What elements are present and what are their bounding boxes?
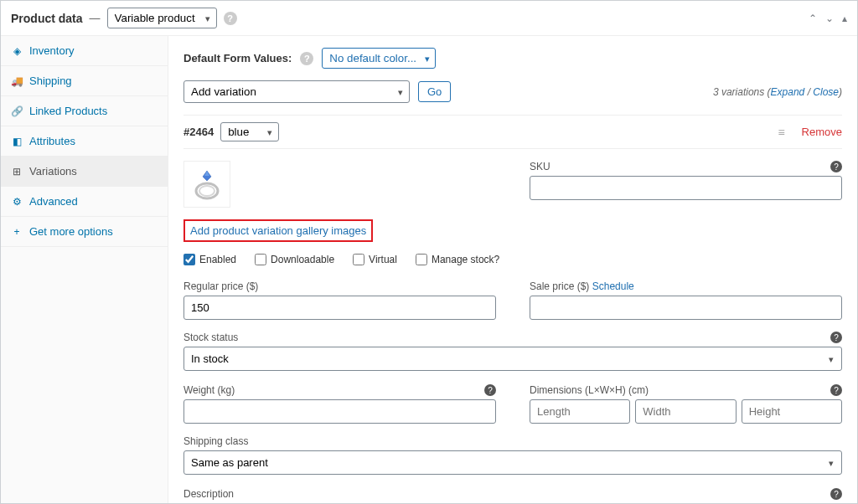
manage-stock-checkbox[interactable]: Manage stock? xyxy=(416,254,499,265)
length-input[interactable] xyxy=(530,399,630,424)
sidebar-item-linked-products[interactable]: 🔗Linked Products xyxy=(1,96,168,126)
chevron-down-icon[interactable]: ⌄ xyxy=(825,13,834,24)
sku-input[interactable] xyxy=(530,176,842,200)
virtual-checkbox[interactable]: Virtual xyxy=(353,254,397,265)
expand-link[interactable]: Expand xyxy=(771,86,805,98)
sidebar-item-label: Shipping xyxy=(29,75,72,87)
variation-attribute-select[interactable]: blue xyxy=(220,122,279,141)
dimensions-label: Dimensions (L×W×H) (cm) xyxy=(530,384,842,396)
sidebar-item-label: Linked Products xyxy=(29,105,107,117)
ring-icon xyxy=(189,166,225,203)
help-icon[interactable]: ? xyxy=(830,161,842,172)
help-icon[interactable]: ? xyxy=(830,488,842,500)
variation-image-thumb[interactable] xyxy=(183,161,230,208)
weight-input[interactable] xyxy=(183,399,496,424)
stock-status-label: Stock status xyxy=(183,332,842,343)
help-icon[interactable]: ? xyxy=(224,12,237,25)
description-label: Description xyxy=(183,488,842,500)
chevron-up-icon[interactable]: ⌃ xyxy=(809,13,817,24)
attributes-icon: ◧ xyxy=(11,136,23,147)
height-input[interactable] xyxy=(742,399,842,424)
default-form-label: Default Form Values: xyxy=(183,52,292,64)
help-icon[interactable]: ? xyxy=(484,384,496,396)
panel-title: Product data xyxy=(11,12,83,25)
help-icon[interactable]: ? xyxy=(300,52,313,65)
remove-link[interactable]: Remove xyxy=(802,126,842,138)
plus-icon: + xyxy=(11,226,23,238)
downloadable-checkbox[interactable]: Downloadable xyxy=(255,254,334,265)
regular-price-input[interactable] xyxy=(183,296,496,320)
stock-status-select[interactable]: In stock xyxy=(183,347,842,371)
sidebar: ◈Inventory 🚚Shipping 🔗Linked Products ◧A… xyxy=(1,36,168,504)
sidebar-item-get-more[interactable]: +Get more options xyxy=(1,217,168,247)
variations-count: 3 variations (Expand / Close) xyxy=(713,86,842,98)
shipping-icon: 🚚 xyxy=(11,75,23,87)
gear-icon: ⚙ xyxy=(11,196,23,208)
sidebar-item-shipping[interactable]: 🚚Shipping xyxy=(1,66,168,96)
weight-label: Weight (kg) xyxy=(183,384,496,396)
sidebar-item-variations[interactable]: ⊞Variations xyxy=(1,157,168,187)
product-type-select[interactable]: Variable product xyxy=(107,8,217,28)
enabled-checkbox[interactable]: Enabled xyxy=(183,254,236,265)
variations-icon: ⊞ xyxy=(11,166,23,177)
schedule-link[interactable]: Schedule xyxy=(592,280,634,292)
inventory-icon: ◈ xyxy=(11,45,23,57)
sale-price-input[interactable] xyxy=(530,296,842,320)
sku-label: SKU xyxy=(530,161,842,172)
close-link[interactable]: Close xyxy=(813,86,839,98)
sale-price-label: Sale price ($) Schedule xyxy=(530,280,842,292)
width-input[interactable] xyxy=(635,399,736,424)
sidebar-item-label: Inventory xyxy=(29,44,74,57)
sidebar-item-label: Variations xyxy=(29,165,77,177)
panel-header: Product data — Variable product ? ⌃ ⌄ ▴ xyxy=(1,1,857,36)
sidebar-item-advanced[interactable]: ⚙Advanced xyxy=(1,187,168,217)
drag-handle-icon[interactable]: ≡ xyxy=(778,126,784,139)
link-icon: 🔗 xyxy=(11,105,23,117)
help-icon[interactable]: ? xyxy=(830,332,842,343)
shipping-class-select[interactable]: Same as parent xyxy=(183,450,842,475)
sidebar-item-label: Advanced xyxy=(29,195,78,208)
sidebar-item-inventory[interactable]: ◈Inventory xyxy=(1,36,168,66)
variation-action-select[interactable]: Add variation xyxy=(183,80,410,103)
sidebar-item-label: Attributes xyxy=(29,135,75,147)
title-dash: — xyxy=(90,12,101,24)
regular-price-label: Regular price ($) xyxy=(183,280,496,292)
svg-point-1 xyxy=(199,186,214,196)
shipping-class-label: Shipping class xyxy=(183,435,842,447)
sidebar-item-label: Get more options xyxy=(29,225,113,238)
default-form-select[interactable]: No default color... xyxy=(322,48,436,69)
sidebar-item-attributes[interactable]: ◧Attributes xyxy=(1,126,168,157)
variation-id: #2464 xyxy=(183,126,214,138)
go-button[interactable]: Go xyxy=(418,81,451,102)
help-icon[interactable]: ? xyxy=(830,384,842,396)
triangle-up-icon[interactable]: ▴ xyxy=(842,13,847,24)
add-gallery-images-link[interactable]: Add product variation gallery images xyxy=(183,219,373,242)
